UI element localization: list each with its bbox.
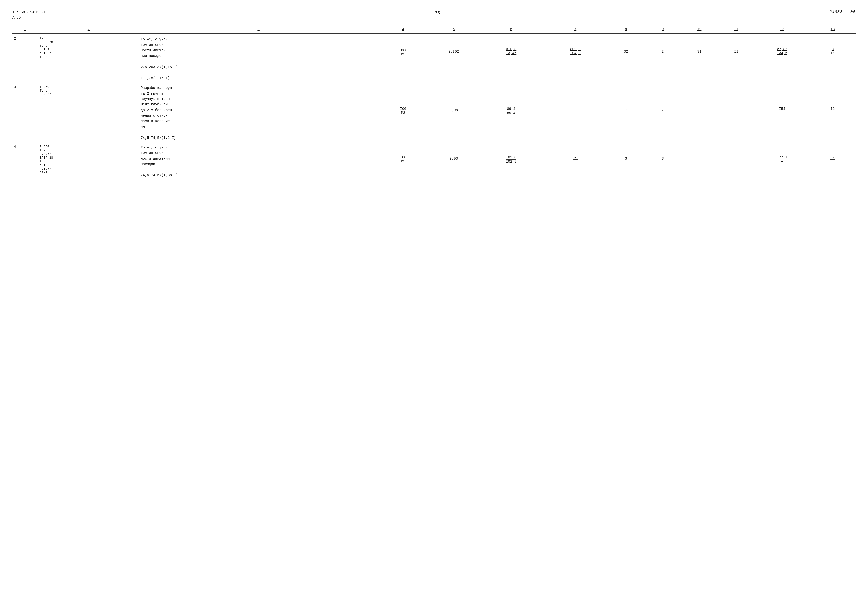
col-header-3: 3: [139, 25, 378, 33]
row-4-col11: –: [718, 142, 754, 179]
row-2-col9: I: [644, 33, 681, 82]
col-header-11: II: [718, 25, 754, 33]
row-4-col10: –: [681, 142, 718, 179]
row-2-col6: 3I6,3 I3,46: [479, 33, 543, 82]
row-3-col4: I00МЗ: [378, 82, 428, 142]
row-3-col1: 3: [12, 82, 38, 142]
row-2-col7: 302,8 I04,3: [543, 33, 608, 82]
table-row: 4 I–960 T.ч. п.3,67 EPEP 28 T.ч. п.I.2; …: [12, 142, 856, 179]
col-header-13: I3: [809, 25, 856, 33]
row-3-col9: 7: [644, 82, 681, 142]
row-2-col1: 2: [12, 33, 38, 82]
header-line2: Aл.5: [12, 15, 45, 20]
col-header-8: 8: [608, 25, 644, 33]
row-4-col13: 5 –: [809, 142, 856, 179]
row-3-col12: I54 –: [755, 82, 810, 142]
row-3-col3: Разработка грун- та 2 группы вручную в т…: [139, 82, 378, 142]
col-header-1: I: [12, 25, 38, 33]
row-4-col9: 3: [644, 142, 681, 179]
row-3-col8: 7: [608, 82, 644, 142]
col-header-4: 4: [378, 25, 428, 33]
main-table: I 2 3 4 5 6 7 8 9 IO II I2 I3 2 I–68 EPE…: [12, 25, 856, 179]
header-line1: T.п.50I-7-0I3.9I: [12, 10, 45, 15]
row-2-col12: 27,37 I34,6: [755, 33, 810, 82]
row-4-col5: 0,03: [428, 142, 479, 179]
row-3-col5: 0,08: [428, 82, 479, 142]
table-header: I 2 3 4 5 6 7 8 9 IO II I2 I3: [12, 25, 856, 33]
row-3-col13: I2 –: [809, 82, 856, 142]
row-3-col11: –: [718, 82, 754, 142]
row-2-col10: 3I: [681, 33, 718, 82]
page-header: T.п.50I-7-0I3.9I Aл.5 75 24988 - 05: [12, 10, 856, 20]
col-header-9: 9: [644, 25, 681, 33]
row-2-col8: 32: [608, 33, 644, 82]
row-4-col8: 3: [608, 142, 644, 179]
header-left: T.п.50I-7-0I3.9I Aл.5: [12, 10, 45, 20]
row-4-col6: I02,8 I02,8: [479, 142, 543, 179]
row-2-col3: То же, с уче- том интенсив- ности движе-…: [139, 33, 378, 82]
row-3-col10: –: [681, 82, 718, 142]
col-header-12: I2: [755, 25, 810, 33]
table-body: 2 I–68 EPEP 28 T.ч. п.I.2, п.I.67 I2–8 Т…: [12, 33, 856, 179]
row-4-col12: I77,I –: [755, 142, 810, 179]
row-2-col4: I000МЗ: [378, 33, 428, 82]
row-2-col2: I–68 EPEP 28 T.ч. п.I.2, п.I.67 I2–8: [38, 33, 139, 82]
row-4-col2: I–960 T.ч. п.3,67 EPEP 28 T.ч. п.I.2; п.…: [38, 142, 139, 179]
header-page-number: 75: [45, 10, 829, 16]
header-doc-number: 24988 - 05: [829, 10, 856, 14]
row-3-col6: 89,4 89,4: [479, 82, 543, 142]
header-row: I 2 3 4 5 6 7 8 9 IO II I2 I3: [12, 25, 856, 33]
col-header-6: 6: [479, 25, 543, 33]
col-header-10: IO: [681, 25, 718, 33]
row-4-col7: – –: [543, 142, 608, 179]
row-3-col2: I–960 T.ч. п.3,67 80–2: [38, 82, 139, 142]
table-row: 3 I–960 T.ч. п.3,67 80–2 Разработка грун…: [12, 82, 856, 142]
col-header-5: 5: [428, 25, 479, 33]
table-row: 2 I–68 EPEP 28 T.ч. п.I.2, п.I.67 I2–8 Т…: [12, 33, 856, 82]
col-header-7: 7: [543, 25, 608, 33]
row-2-col11: II: [718, 33, 754, 82]
row-4-col1: 4: [12, 142, 38, 179]
row-3-col7: – –: [543, 82, 608, 142]
col-header-2: 2: [38, 25, 139, 33]
row-4-col3: То же, с уче- том интенсив- ности движен…: [139, 142, 378, 179]
row-2-col13: 3 I4: [809, 33, 856, 82]
row-2-col5: 0,I02: [428, 33, 479, 82]
row-4-col4: I00МЗ: [378, 142, 428, 179]
